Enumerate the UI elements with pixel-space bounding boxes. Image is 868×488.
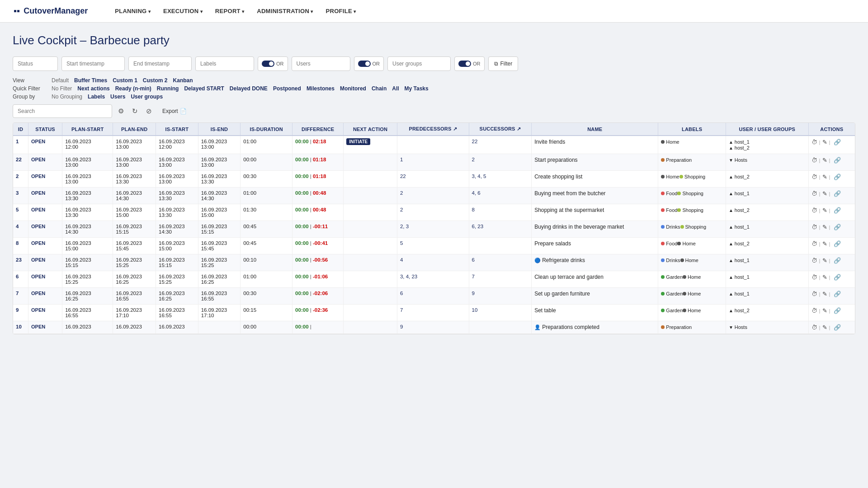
qf-next-actions[interactable]: Next actions <box>77 85 109 92</box>
label-tag: Home <box>683 291 701 296</box>
qf-all[interactable]: All <box>392 85 399 92</box>
cell-next-action[interactable]: INITIATE <box>344 136 397 154</box>
start-timestamp-filter[interactable] <box>61 56 125 71</box>
edit-action-icon[interactable]: ✎ <box>822 157 827 164</box>
edit-action-icon[interactable]: ✎ <box>822 324 827 331</box>
nav-item-administration[interactable]: ADMINISTRATION <box>257 8 313 14</box>
cell-id: 6 <box>13 271 28 288</box>
label-tag: Home <box>683 274 701 280</box>
view-custom1[interactable]: Custom 1 <box>113 77 137 84</box>
users-or-toggle[interactable]: OR <box>354 56 384 71</box>
link-action-icon[interactable]: 🔗 <box>834 291 841 297</box>
clock-action-icon[interactable]: ⏱ <box>811 174 817 180</box>
cell-plan-start: 16.09.2023 15:00 <box>62 238 113 254</box>
clock-action-icon[interactable]: ⏱ <box>811 324 817 331</box>
view-custom2[interactable]: Custom 2 <box>143 77 168 84</box>
link-action-icon[interactable]: 🔗 <box>834 324 841 331</box>
view-kanban[interactable]: Kanban <box>173 77 193 84</box>
status-filter[interactable] <box>13 56 58 71</box>
action-separator2: | <box>829 308 830 314</box>
cell-next-action <box>344 171 397 188</box>
brand-logo[interactable]: ▪▪ CutoverManager <box>14 6 88 16</box>
clock-action-icon[interactable]: ⏱ <box>811 224 817 230</box>
link-action-icon[interactable]: 🔗 <box>834 257 841 264</box>
table-header: IDSTATUSPLAN-STARTPLAN-ENDIS-STARTIS-END… <box>13 123 855 136</box>
filter-button[interactable]: ⧉ Filter <box>488 56 519 71</box>
cell-labels: Garden Home <box>658 305 726 321</box>
end-timestamp-filter[interactable] <box>128 56 192 71</box>
qf-postponed[interactable]: Postponed <box>273 85 301 92</box>
cell-next-action <box>344 321 397 334</box>
clock-action-icon[interactable]: ⏱ <box>811 240 817 247</box>
cell-is-start: 16.09.2023 13:00 <box>156 154 198 171</box>
qf-my-tasks[interactable]: My Tasks <box>405 85 429 92</box>
refresh-button[interactable]: ↻ <box>130 106 140 116</box>
export-button[interactable]: Export 📄 <box>162 108 187 114</box>
link-action-icon[interactable]: 🔗 <box>834 207 841 214</box>
cell-actions: ⏱ | ✎ | 🔗 <box>808 171 855 188</box>
clock-action-icon[interactable]: ⏱ <box>811 207 817 214</box>
link-action-icon[interactable]: 🔗 <box>834 224 841 230</box>
main-content: Live Cockpit – Barbecue party OR OR OR ⧉… <box>0 23 868 345</box>
link-action-icon[interactable]: 🔗 <box>834 274 841 281</box>
link-action-icon[interactable]: 🔗 <box>834 240 841 247</box>
cell-next-action <box>344 221 397 238</box>
view-buffer-times[interactable]: Buffer Times <box>74 77 107 84</box>
nav-item-execution[interactable]: EXECUTION <box>163 8 203 14</box>
clock-action-icon[interactable]: ⏱ <box>811 307 817 314</box>
users-filter[interactable] <box>292 56 350 71</box>
clock-action-icon[interactable]: ⏱ <box>811 257 817 264</box>
clock-action-icon[interactable]: ⏱ <box>811 291 817 297</box>
usergroups-or-toggle[interactable]: OR <box>454 56 485 71</box>
labels-or-toggle[interactable]: OR <box>258 56 288 71</box>
edit-action-icon[interactable]: ✎ <box>822 240 827 247</box>
qf-monitored[interactable]: Monitored <box>340 85 366 92</box>
search-input[interactable] <box>13 104 112 118</box>
usergroups-filter[interactable] <box>387 56 451 71</box>
edit-action-icon[interactable]: ✎ <box>822 174 827 180</box>
gb-labels[interactable]: Labels <box>88 94 105 100</box>
link-action-icon[interactable]: 🔗 <box>834 157 841 164</box>
clock-action-icon[interactable]: ⏱ <box>811 157 817 164</box>
gb-users[interactable]: Users <box>110 94 125 100</box>
nav-item-profile[interactable]: PROFILE <box>326 8 356 14</box>
qf-running[interactable]: Running <box>157 85 179 92</box>
qf-chain[interactable]: Chain <box>372 85 387 92</box>
col-header-13: USER / USER GROUPS <box>726 123 808 136</box>
action-separator: | <box>819 191 821 197</box>
cell-next-action <box>344 254 397 271</box>
cell-plan-end: 16.09.2023 15:25 <box>113 254 156 271</box>
link-action-icon[interactable]: 🔗 <box>834 139 841 145</box>
clock-action-icon[interactable]: ⏱ <box>811 190 817 197</box>
edit-action-icon[interactable]: ✎ <box>822 257 827 264</box>
edit-action-icon[interactable]: ✎ <box>822 291 827 297</box>
cell-plan-start: 16.09.2023 13:30 <box>62 188 113 204</box>
label-tag: Home <box>680 258 698 263</box>
data-table: IDSTATUSPLAN-STARTPLAN-ENDIS-STARTIS-END… <box>13 123 855 334</box>
edit-action-icon[interactable]: ✎ <box>822 274 827 281</box>
edit-action-icon[interactable]: ✎ <box>822 190 827 197</box>
edit-action-icon[interactable]: ✎ <box>822 139 827 145</box>
qf-delayed-done[interactable]: Delayed DONE <box>230 85 268 92</box>
link-action-icon[interactable]: 🔗 <box>834 190 841 197</box>
edit-action-icon[interactable]: ✎ <box>822 224 827 230</box>
qf-delayed-start[interactable]: Delayed START <box>184 85 224 92</box>
cell-actions: ⏱ | ✎ | 🔗 <box>808 254 855 271</box>
clear-button[interactable]: ⊘ <box>144 106 154 116</box>
qf-ready-nmin[interactable]: Ready (n-min) <box>115 85 151 92</box>
link-action-icon[interactable]: 🔗 <box>834 174 841 180</box>
qf-milestones[interactable]: Milestones <box>307 85 335 92</box>
nav-item-report[interactable]: REPORT <box>215 8 244 14</box>
link-action-icon[interactable]: 🔗 <box>834 307 841 314</box>
labels-filter[interactable] <box>195 56 254 71</box>
edit-action-icon[interactable]: ✎ <box>822 207 827 214</box>
cell-id: 5 <box>13 204 28 221</box>
gb-user-groups[interactable]: User groups <box>131 94 163 100</box>
clock-action-icon[interactable]: ⏱ <box>811 274 817 281</box>
cell-users: ▲ host_2 <box>726 204 808 221</box>
edit-action-icon[interactable]: ✎ <box>822 307 827 314</box>
clock-action-icon[interactable]: ⏱ <box>811 139 817 145</box>
cell-difference: 00:00 | 00:48 <box>292 188 344 204</box>
nav-item-planning[interactable]: PLANNING <box>115 8 151 14</box>
settings-button[interactable]: ⚙ <box>116 106 126 116</box>
